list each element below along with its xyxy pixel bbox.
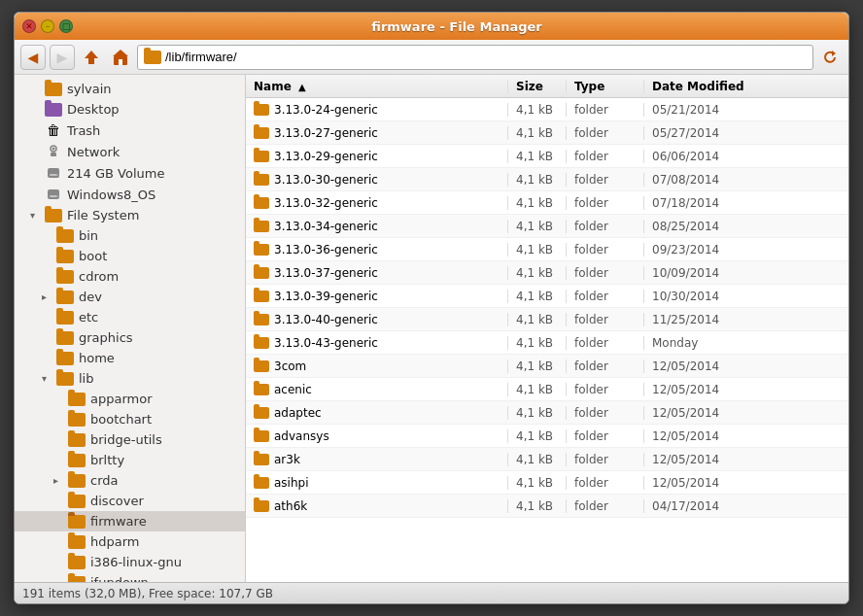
file-type-cell: folder	[567, 453, 644, 466]
sidebar-label: discover	[90, 494, 144, 508]
file-name-label: 3.13.0-37-generic	[274, 266, 378, 280]
file-name-cell: asihpi	[246, 476, 508, 490]
sidebar-item-trash[interactable]: 🗑 Trash	[15, 120, 245, 141]
folder-icon	[68, 393, 86, 406]
col-size-header[interactable]: Size	[508, 80, 567, 93]
file-type-cell: folder	[567, 126, 644, 140]
address-input[interactable]	[165, 50, 807, 64]
sidebar-item-filesystem[interactable]: ▾ File System	[15, 205, 245, 225]
back-button[interactable]: ◀	[20, 45, 46, 70]
sidebar-label: dev	[79, 290, 102, 304]
sidebar-label: boot	[79, 249, 107, 263]
sidebar-item-discover[interactable]: discover	[15, 491, 245, 511]
col-type-header[interactable]: Type	[567, 80, 644, 93]
table-row[interactable]: 3.13.0-39-generic 4,1 kB folder 10/30/20…	[246, 285, 848, 308]
sidebar-item-desktop[interactable]: Desktop	[15, 99, 245, 120]
table-row[interactable]: acenic 4,1 kB folder 12/05/2014	[246, 378, 848, 401]
table-row[interactable]: 3.13.0-43-generic 4,1 kB folder Monday	[246, 331, 848, 355]
sidebar-label: etc	[79, 310, 98, 325]
table-row[interactable]: 3com 4,1 kB folder 12/05/2014	[246, 355, 848, 378]
close-button[interactable]: ✕	[22, 19, 36, 33]
sidebar-item-i386-linux-gnu[interactable]: i386-linux-gnu	[15, 552, 245, 572]
sidebar-item-firmware[interactable]: firmware	[15, 511, 245, 531]
home-button[interactable]	[108, 45, 133, 70]
file-folder-icon	[254, 314, 269, 325]
address-bar[interactable]	[137, 45, 813, 70]
sidebar-item-home[interactable]: home	[15, 348, 245, 368]
drive-svg	[46, 165, 61, 181]
table-row[interactable]: 3.13.0-24-generic 4,1 kB folder 05/21/20…	[246, 98, 848, 121]
sidebar-item-bridge-utils[interactable]: bridge-utils	[15, 429, 245, 450]
sidebar-item-etc[interactable]: etc	[15, 307, 245, 327]
table-row[interactable]: ath6k 4,1 kB folder 04/17/2014	[246, 495, 848, 518]
sidebar-item-crda[interactable]: ▸ crda	[15, 470, 245, 491]
folder-icon	[68, 413, 86, 427]
sidebar-item-windows8[interactable]: Windows8_OS	[15, 184, 245, 205]
svg-rect-12	[48, 189, 59, 199]
file-folder-icon	[254, 337, 269, 349]
sidebar-item-bin[interactable]: bin	[15, 225, 245, 246]
table-row[interactable]: adaptec 4,1 kB folder 12/05/2014	[246, 401, 848, 425]
file-date-cell: 12/05/2014	[644, 383, 848, 396]
svg-rect-13	[50, 195, 57, 197]
sidebar-item-hdparm[interactable]: hdparm	[15, 531, 245, 552]
sidebar-label: firmware	[90, 514, 147, 529]
file-name-label: 3.13.0-27-generic	[274, 126, 378, 140]
sidebar-item-dev[interactable]: ▸ dev	[15, 287, 245, 307]
minimize-button[interactable]: –	[41, 19, 54, 33]
file-type-cell: folder	[567, 406, 644, 420]
folder-icon	[68, 535, 86, 549]
table-row[interactable]: 3.13.0-29-generic 4,1 kB folder 06/06/20…	[246, 145, 848, 168]
svg-point-14	[56, 195, 58, 197]
table-row[interactable]: ar3k 4,1 kB folder 12/05/2014	[246, 448, 848, 471]
sidebar-item-brltty[interactable]: brltty	[15, 450, 245, 470]
folder-icon	[68, 454, 86, 467]
trash-icon: 🗑	[45, 122, 62, 138]
table-row[interactable]: 3.13.0-32-generic 4,1 kB folder 07/18/20…	[246, 191, 848, 215]
sidebar-label: Trash	[67, 123, 100, 138]
reload-button[interactable]	[817, 45, 843, 70]
sidebar-item-sylvain[interactable]: sylvain	[15, 79, 245, 99]
file-size-cell: 4,1 kB	[508, 220, 567, 233]
toolbar: ◀ ▶	[15, 40, 848, 75]
col-date-header[interactable]: Date Modified	[644, 80, 848, 93]
file-size-cell: 4,1 kB	[508, 359, 567, 373]
table-row[interactable]: advansys 4,1 kB folder 12/05/2014	[246, 425, 848, 448]
sidebar-item-lib[interactable]: ▾ lib	[15, 368, 245, 389]
sidebar-label: Desktop	[67, 102, 120, 117]
file-size-cell: 4,1 kB	[508, 499, 567, 513]
sidebar-item-bootchart[interactable]: bootchart	[15, 409, 245, 429]
file-folder-icon	[254, 454, 269, 465]
sidebar-item-network[interactable]: Network	[15, 141, 245, 162]
file-type-cell: folder	[567, 290, 644, 303]
sidebar-item-cdrom[interactable]: cdrom	[15, 266, 245, 287]
sidebar-label: lib	[79, 371, 93, 386]
main-content: sylvain Desktop 🗑 Trash	[15, 75, 848, 582]
sidebar-item-apparmor[interactable]: apparmor	[15, 389, 245, 409]
sidebar-item-ifupdown[interactable]: ifupdown	[15, 572, 245, 582]
file-size-cell: 4,1 kB	[508, 313, 567, 326]
file-name-cell: ar3k	[246, 453, 508, 466]
up-button[interactable]	[79, 45, 104, 70]
sidebar-label: brltty	[90, 453, 124, 467]
table-row[interactable]: 3.13.0-27-generic 4,1 kB folder 05/27/20…	[246, 121, 848, 145]
table-row[interactable]: 3.13.0-40-generic 4,1 kB folder 11/25/20…	[246, 308, 848, 331]
sidebar-label: bin	[79, 228, 98, 243]
table-row[interactable]: 3.13.0-37-generic 4,1 kB folder 10/09/20…	[246, 261, 848, 285]
file-folder-icon	[254, 174, 269, 186]
table-row[interactable]: asihpi 4,1 kB folder 12/05/2014	[246, 471, 848, 495]
file-name-label: 3.13.0-43-generic	[274, 336, 378, 350]
maximize-button[interactable]: □	[59, 19, 73, 33]
file-type-cell: folder	[567, 220, 644, 233]
folder-icon	[56, 250, 74, 263]
forward-button[interactable]: ▶	[50, 45, 75, 70]
table-row[interactable]: 3.13.0-34-generic 4,1 kB folder 08/25/20…	[246, 215, 848, 238]
file-type-cell: folder	[567, 336, 644, 350]
sidebar-item-214gb[interactable]: 214 GB Volume	[15, 162, 245, 184]
table-row[interactable]: 3.13.0-30-generic 4,1 kB folder 07/08/20…	[246, 168, 848, 191]
folder-icon	[68, 495, 86, 508]
sidebar-item-boot[interactable]: boot	[15, 246, 245, 266]
sidebar-item-graphics[interactable]: graphics	[15, 327, 245, 348]
table-row[interactable]: 3.13.0-36-generic 4,1 kB folder 09/23/20…	[246, 238, 848, 261]
col-name-header[interactable]: Name ▲	[246, 80, 508, 93]
